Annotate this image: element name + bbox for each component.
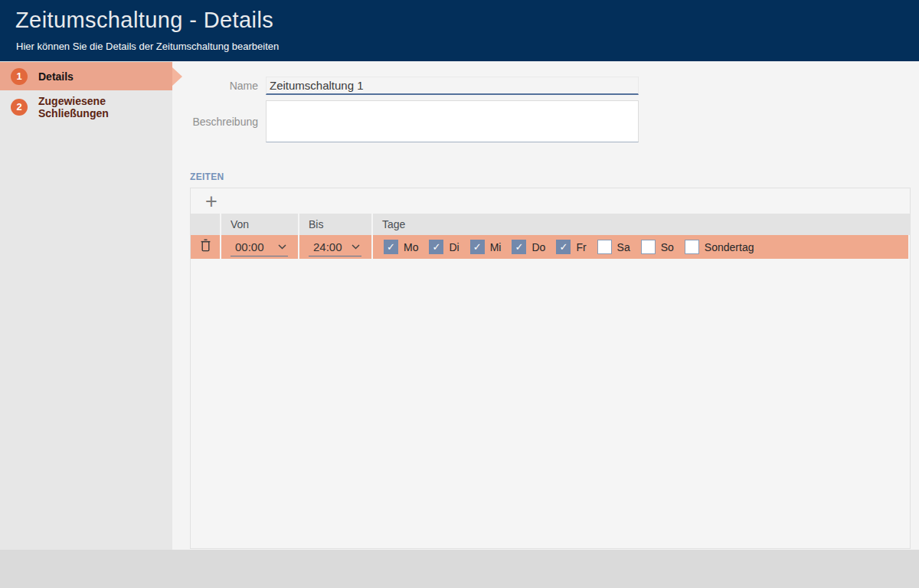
day-checkbox-so[interactable]: So xyxy=(641,240,674,254)
day-label: Mo xyxy=(404,241,418,253)
column-header-bis: Bis xyxy=(299,214,373,235)
page-title: Zeitumschaltung - Details xyxy=(15,8,273,33)
chevron-down-icon xyxy=(352,244,360,250)
day-checkbox-fr[interactable]: ✓Fr xyxy=(556,240,586,254)
step-label: Details xyxy=(38,70,74,83)
trash-icon xyxy=(200,239,211,255)
times-header-row: Von Bis Tage xyxy=(191,214,910,235)
column-header-von: Von xyxy=(221,214,299,235)
day-label: So xyxy=(661,241,674,253)
description-label: Beschreibung xyxy=(190,116,258,128)
footer-bar: Weiteres Objekt erstellen < ZurückWeiter… xyxy=(0,550,919,588)
bis-time-value: 24:00 xyxy=(313,240,342,253)
day-checkbox-group: ✓Mo✓Di✓Mi✓Do✓FrSaSoSondertag xyxy=(384,240,764,254)
unchecked-checkbox xyxy=(641,240,656,254)
sidebar-step-2[interactable]: 2Zugewiesene Schließungen xyxy=(0,93,172,121)
chevron-down-icon xyxy=(278,244,286,250)
day-checkbox-sa[interactable]: Sa xyxy=(597,240,630,254)
column-header-actions xyxy=(191,214,221,235)
checked-checkbox-icon: ✓ xyxy=(384,240,398,254)
day-label: Sondertag xyxy=(705,241,754,253)
step-label: Zugewiesene Schließungen xyxy=(38,95,172,119)
day-checkbox-do[interactable]: ✓Do xyxy=(512,240,545,254)
day-label: Di xyxy=(449,241,459,253)
day-checkbox-sondertag[interactable]: Sondertag xyxy=(685,240,754,254)
sidebar-step-1[interactable]: 1Details xyxy=(0,62,172,90)
unchecked-checkbox xyxy=(685,240,699,254)
active-step-arrow-icon xyxy=(172,67,182,86)
checked-checkbox-icon: ✓ xyxy=(429,240,443,254)
unchecked-checkbox xyxy=(597,240,612,254)
day-checkbox-di[interactable]: ✓Di xyxy=(429,240,459,254)
time-row: 00:0024:00✓Mo✓Di✓Mi✓Do✓FrSaSoSondertag xyxy=(191,235,910,259)
times-section-label: ZEITEN xyxy=(190,172,224,182)
von-time-value: 00:00 xyxy=(235,240,264,253)
name-label: Name xyxy=(190,80,258,92)
von-time-select[interactable]: 00:00 xyxy=(231,240,288,256)
day-checkbox-mi[interactable]: ✓Mi xyxy=(470,240,502,254)
step-number-badge: 1 xyxy=(11,68,28,85)
day-label: Fr xyxy=(576,241,586,253)
day-checkbox-mo[interactable]: ✓Mo xyxy=(384,240,418,254)
times-rows: 00:0024:00✓Mo✓Di✓Mi✓Do✓FrSaSoSondertag xyxy=(191,235,910,259)
step-number-badge: 2 xyxy=(11,99,28,116)
checked-checkbox-icon: ✓ xyxy=(512,240,526,254)
add-time-button[interactable]: + xyxy=(205,193,217,210)
page-subtitle: Hier können Sie die Details der Zeitumsc… xyxy=(16,41,279,52)
times-toolbar: + xyxy=(191,188,910,214)
description-input[interactable] xyxy=(266,100,639,142)
day-label: Do xyxy=(531,241,545,253)
wizard-steps: 1Details2Zugewiesene Schließungen xyxy=(0,61,172,550)
page-header: Zeitumschaltung - Details Hier können Si… xyxy=(0,0,919,61)
day-label: Mi xyxy=(490,241,502,253)
checked-checkbox-icon: ✓ xyxy=(556,240,571,254)
name-input[interactable] xyxy=(266,77,639,95)
bis-time-select[interactable]: 24:00 xyxy=(309,240,361,256)
delete-row-button[interactable] xyxy=(200,239,211,255)
day-label: Sa xyxy=(617,241,630,253)
column-header-tage: Tage xyxy=(373,214,910,235)
checked-checkbox-icon: ✓ xyxy=(470,240,485,254)
times-table: + Von Bis Tage 00:0024:00✓Mo✓Di✓Mi✓Do✓Fr… xyxy=(190,188,911,549)
